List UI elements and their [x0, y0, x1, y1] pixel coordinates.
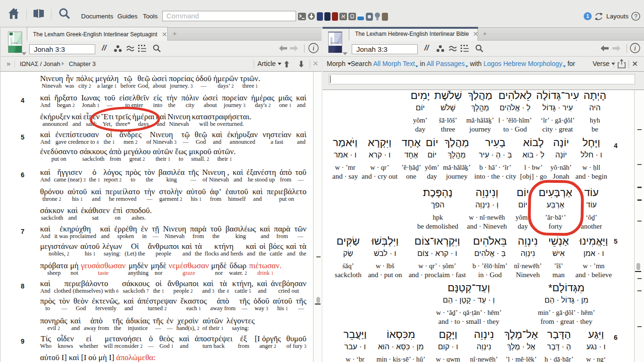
svg-text:i: i	[634, 45, 636, 52]
svg-text:?: ?	[634, 13, 637, 20]
svg-text:i: i	[313, 45, 314, 52]
